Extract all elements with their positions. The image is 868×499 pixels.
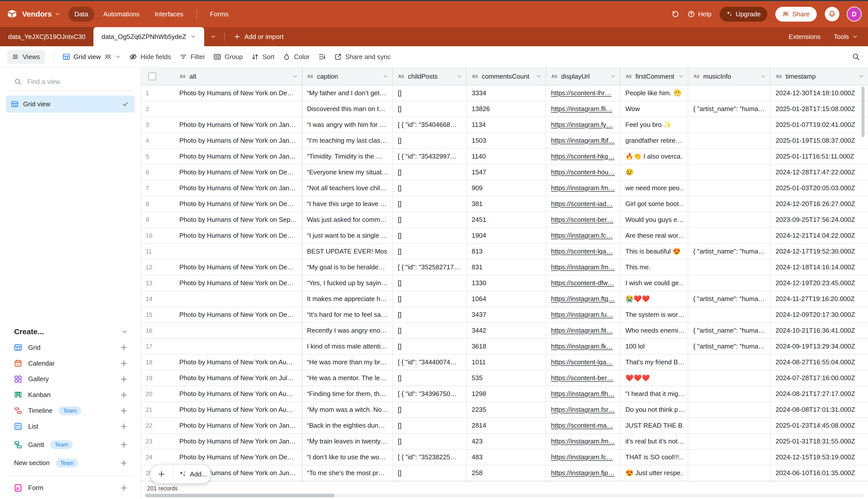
add-or-import-button[interactable]: Add or import xyxy=(227,27,290,46)
cell-timestamp[interactable]: 2024-12-09T20:17:30.000Z xyxy=(771,307,868,322)
cell-displayUrl[interactable]: https://instagram.fu… xyxy=(546,307,620,322)
cell-caption[interactable]: Discovered this man on t… xyxy=(302,101,393,117)
avatar[interactable]: D xyxy=(847,7,861,21)
cell-caption[interactable]: “Not all teachers love chil… xyxy=(302,180,393,196)
cell-musicInfo[interactable]: { "artist_name": "huma… xyxy=(688,291,771,306)
cell-firstComment[interactable]: it’s real but it’s not… xyxy=(620,434,688,449)
create-item-new-section[interactable]: New section Team xyxy=(0,455,141,471)
cell-commentsCount[interactable]: 831 xyxy=(467,259,546,275)
cell-childPosts[interactable]: [] xyxy=(393,85,467,101)
cell-musicInfo[interactable] xyxy=(688,85,771,101)
row-number[interactable]: 5 xyxy=(141,149,172,164)
plus-icon[interactable] xyxy=(120,459,127,467)
row-number[interactable]: 24 xyxy=(141,450,172,465)
plus-icon[interactable] xyxy=(120,484,127,492)
cell-commentsCount[interactable]: 1904 xyxy=(467,228,546,243)
row-number[interactable]: 22 xyxy=(141,418,172,433)
url-link[interactable]: https://instagram.fm… xyxy=(551,437,615,445)
cell-caption[interactable]: It makes me appreciate h… xyxy=(302,291,393,306)
cell-musicInfo[interactable] xyxy=(688,402,771,417)
url-link[interactable]: https://instagram.fk… xyxy=(551,342,613,350)
cell-childPosts[interactable]: [ { "id": "34440074… xyxy=(393,354,467,370)
cell-caption[interactable]: “It’s hard for me to feel sa… xyxy=(302,307,393,322)
chevron-down-icon[interactable] xyxy=(457,74,462,79)
cell-firstComment[interactable]: That’s my friend B… xyxy=(620,354,688,370)
cell-timestamp[interactable]: 2024-09-19T13:29:34.000Z xyxy=(771,339,868,354)
row-number[interactable]: 19 xyxy=(141,370,172,386)
cell-firstComment[interactable]: Wow xyxy=(620,101,688,117)
views-button[interactable]: Views xyxy=(7,50,45,64)
url-link[interactable]: https://instagram.fsr… xyxy=(551,406,615,414)
cell-musicInfo[interactable] xyxy=(688,165,771,180)
cell-displayUrl[interactable]: https://scontent-hou… xyxy=(546,165,620,180)
nav-tab-forms[interactable]: Forms xyxy=(204,7,235,22)
create-item-kanban[interactable]: Kanban xyxy=(0,387,141,403)
plus-icon[interactable] xyxy=(120,423,127,430)
cell-firstComment[interactable]: grandfather retire… xyxy=(620,133,688,148)
chevron-down-icon[interactable] xyxy=(536,74,542,79)
cell-childPosts[interactable]: [ { "id": "35404668… xyxy=(393,117,467,132)
share-and-sync-button[interactable]: Share and sync xyxy=(334,53,391,61)
url-link[interactable]: https://scontent-ber… xyxy=(551,216,613,223)
cell-childPosts[interactable]: [] xyxy=(393,276,467,291)
row-number[interactable]: 8 xyxy=(141,196,172,211)
chevron-down-icon[interactable] xyxy=(383,74,388,79)
cell-timestamp[interactable]: 2024-10-21T16:36:41.000Z xyxy=(771,323,868,338)
cell-musicInfo[interactable] xyxy=(688,117,771,132)
cell-timestamp[interactable]: 2025-01-28T17:15:08.000Z xyxy=(771,101,868,117)
cell-timestamp[interactable]: 2024-11-27T19:16:20.000Z xyxy=(771,291,868,306)
cell-alt[interactable]: Photo by Humans of New York on De… xyxy=(172,228,302,243)
cell-displayUrl[interactable]: https://instagram.fm… xyxy=(546,180,620,196)
url-link[interactable]: https://scontent-lga… xyxy=(551,358,613,366)
plus-icon[interactable] xyxy=(120,360,127,367)
cell-firstComment[interactable]: THAT is SO cool!!!… xyxy=(620,450,688,465)
cell-childPosts[interactable]: [] xyxy=(393,101,467,117)
cell-alt[interactable]: Photo by Humans of New York on Jan… xyxy=(172,117,302,132)
cell-caption[interactable]: “Timidity. Timidity is the … xyxy=(302,149,393,164)
column-header-caption[interactable]: caption xyxy=(302,68,393,85)
row-number[interactable]: 4 xyxy=(141,133,172,148)
cell-caption[interactable]: “My father and I don’t get… xyxy=(302,85,393,101)
extensions-button[interactable]: Extensions xyxy=(789,33,820,41)
plus-icon[interactable] xyxy=(120,375,127,383)
url-link[interactable]: https://instagram.ftg… xyxy=(551,295,615,303)
cell-firstComment[interactable]: 😭❤️❤️ xyxy=(620,291,688,306)
cell-displayUrl[interactable]: https://instagram.fc… xyxy=(546,450,620,465)
hide-fields-button[interactable]: Hide fields xyxy=(129,53,171,61)
cell-firstComment[interactable]: People like him. 😬 xyxy=(620,85,688,101)
search-icon[interactable] xyxy=(852,53,860,61)
url-link[interactable]: https://instagram.fm… xyxy=(551,263,615,271)
cell-caption[interactable]: “Back in the eighties dun… xyxy=(302,418,393,433)
cell-displayUrl[interactable]: https://scontent-lhr… xyxy=(546,85,620,101)
cell-timestamp[interactable]: 2024-12-19T20:23:45.000Z xyxy=(771,276,868,291)
cell-musicInfo[interactable] xyxy=(688,149,771,164)
cell-childPosts[interactable]: [] xyxy=(393,465,467,480)
cell-firstComment[interactable]: 🔥👏 I also overca… xyxy=(620,149,688,164)
cell-alt[interactable]: Photo by Humans of New York on Jan… xyxy=(172,418,302,433)
cell-displayUrl[interactable]: https://instagram.fm… xyxy=(546,434,620,449)
cell-commentsCount[interactable]: 1547 xyxy=(467,165,546,180)
cell-alt[interactable] xyxy=(172,291,302,306)
create-item-grid[interactable]: Grid xyxy=(0,340,141,355)
horizontal-scrollbar[interactable] xyxy=(145,494,864,497)
cell-alt[interactable]: Photo by Humans of New York on Jan… xyxy=(172,180,302,196)
cell-alt[interactable]: Photo by Humans of New York on Jan… xyxy=(172,434,302,449)
history-icon[interactable] xyxy=(671,10,679,18)
url-link[interactable]: https://scontent-lhr… xyxy=(551,89,611,97)
cell-timestamp[interactable]: 2025-01-11T16:51:11.000Z xyxy=(771,149,868,164)
cell-timestamp[interactable]: 2024-12-21T14:04:22.000Z xyxy=(771,228,868,243)
cell-alt[interactable]: Photo by Humans of New York on Jul… xyxy=(172,370,302,386)
select-all-checkbox[interactable] xyxy=(148,72,156,81)
row-height-button[interactable] xyxy=(318,53,326,61)
cell-displayUrl[interactable]: https://instagram.flh… xyxy=(546,386,620,402)
cell-displayUrl[interactable]: https://instagram.fy… xyxy=(546,117,620,132)
cell-firstComment[interactable]: "I heard that it mig… xyxy=(620,386,688,402)
chevron-down-icon[interactable] xyxy=(191,34,196,39)
cell-alt[interactable]: Photo by Humans of New York on De… xyxy=(172,165,302,180)
cell-alt[interactable] xyxy=(172,244,302,259)
cell-commentsCount[interactable]: 1011 xyxy=(467,354,546,370)
column-header-childPosts[interactable]: childPosts xyxy=(393,68,467,85)
cell-firstComment[interactable]: 😍 Just utter respe… xyxy=(620,465,688,480)
tab-data_Og5Zq6ZPNhWb5ydeZ[interactable]: data_Og5Zq6ZPNhWb5ydeZ xyxy=(94,27,204,46)
cell-caption[interactable]: “I have this urge to leave … xyxy=(302,196,393,211)
